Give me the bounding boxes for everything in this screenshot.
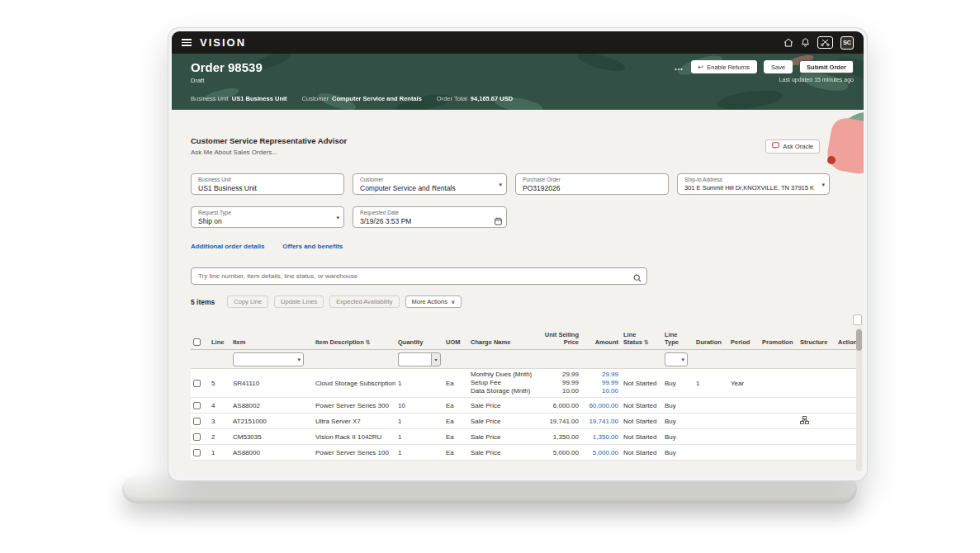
row-checkbox[interactable] xyxy=(193,402,201,409)
line-status: Not Started xyxy=(621,369,662,398)
promotion xyxy=(760,414,798,429)
vertical-scrollbar[interactable] xyxy=(856,328,862,471)
more-options-icon[interactable]: … xyxy=(675,62,684,72)
field-value: PO3192026 xyxy=(523,184,655,192)
table-settings-button[interactable] xyxy=(853,314,862,325)
meta-value: 94,165.67 USD xyxy=(471,95,513,102)
purchase-order-field[interactable]: Purchase Order PO3192026 xyxy=(515,173,669,195)
amount-link[interactable]: 1,350.00 xyxy=(581,429,621,445)
amount-link[interactable]: 10.00 xyxy=(584,387,618,395)
ask-oracle-label: Ask Oracle xyxy=(783,143,813,150)
chevron-down-icon: ▾ xyxy=(681,357,684,363)
save-button[interactable]: Save xyxy=(764,60,793,73)
search-icon[interactable] xyxy=(633,271,641,286)
row-checkbox[interactable] xyxy=(193,433,201,441)
item-description: Ultra Server X7 xyxy=(313,414,395,429)
enable-returns-button[interactable]: ↩ Enable Returns xyxy=(691,60,757,73)
amount-link[interactable]: 29.99 xyxy=(584,371,618,379)
item-description: Power Server Series 300 xyxy=(313,398,395,414)
business-unit-field[interactable]: Business Unit US1 Business Unit xyxy=(191,173,344,195)
chevron-down-icon: ▾ xyxy=(434,357,437,362)
last-updated-text: Last updated 15 minutes ago xyxy=(779,77,854,83)
customer-field[interactable]: Customer Computer Service and Rentals ▾ xyxy=(353,173,507,195)
period xyxy=(728,429,760,445)
meta-value: US1 Business Unit xyxy=(232,95,287,102)
order-header-band: Order 98539 Draft Business UnitUS1 Busin… xyxy=(172,54,864,110)
charge-name: Sale Price xyxy=(468,414,538,429)
charge-name: Sale Price xyxy=(468,445,538,461)
line-status: Not Started xyxy=(621,445,662,461)
meta-label: Customer xyxy=(302,95,329,102)
form-row-2: Request Type Ship on ▾ Requested Date 3/… xyxy=(191,206,864,228)
col-unit-selling-price[interactable]: Unit Selling Price xyxy=(538,329,581,350)
col-item-description[interactable]: Item Description⇅ xyxy=(313,329,395,350)
user-avatar[interactable]: SC xyxy=(840,36,854,50)
field-value: Computer Service and Rentals xyxy=(360,184,493,192)
col-item[interactable]: Item xyxy=(230,329,313,350)
line-type-filter-combobox[interactable]: ▾ xyxy=(665,352,688,366)
field-value: 301 E Summit Hill Dr,KNOXVILLE, TN 37915… xyxy=(684,184,816,191)
order-lines-table: Line Item Item Description⇅ Quantity UOM… xyxy=(191,329,861,461)
charge-names: Monthly Dues (Mnth) Setup Fee Data Stora… xyxy=(468,369,538,398)
col-charge-name[interactable]: Charge Name xyxy=(468,329,538,350)
ask-oracle-button[interactable]: Ask Oracle xyxy=(765,139,820,154)
row-checkbox[interactable] xyxy=(193,449,201,456)
field-value: US1 Business Unit xyxy=(198,184,330,192)
amount-link[interactable]: 19,741.00 xyxy=(581,414,621,429)
col-promotion[interactable]: Promotion xyxy=(760,329,798,350)
row-checkbox[interactable] xyxy=(193,380,201,387)
table-row: 5 SR41110 Cloud Storage Subscription 1 E… xyxy=(191,369,861,398)
quantity-filter-input[interactable] xyxy=(398,352,431,366)
content-area: Customer Service Representative Advisor … xyxy=(172,110,864,477)
col-quantity[interactable]: Quantity xyxy=(395,329,443,350)
col-line-type[interactable]: Line Type xyxy=(662,329,694,350)
scissors-icon[interactable] xyxy=(817,36,833,49)
period xyxy=(728,414,760,429)
line-number: 5 xyxy=(209,369,230,398)
sort-icon[interactable]: ⇅ xyxy=(644,339,649,345)
decorative-pink-shape xyxy=(825,116,864,176)
col-structure[interactable]: Structure xyxy=(798,329,836,350)
amount-link[interactable]: 60,000.00 xyxy=(581,398,621,414)
select-all-checkbox[interactable] xyxy=(193,338,201,346)
sort-icon[interactable]: ⇅ xyxy=(366,339,371,345)
offers-and-benefits-link[interactable]: Offers and benefits xyxy=(282,243,343,250)
more-actions-button[interactable]: More Actions ∨ xyxy=(405,295,462,308)
unit-price: 1,350.00 xyxy=(538,429,581,445)
col-line[interactable]: Line xyxy=(209,329,230,350)
col-duration[interactable]: Duration xyxy=(694,329,728,350)
row-checkbox[interactable] xyxy=(193,418,201,425)
line-number: 3 xyxy=(209,414,230,429)
col-period[interactable]: Period xyxy=(728,329,760,350)
amounts: 29.99 99.99 10.00 xyxy=(581,369,621,398)
submit-order-button[interactable]: Submit Order xyxy=(799,60,854,73)
col-amount[interactable]: Amount xyxy=(581,329,621,350)
item-filter-combobox[interactable]: ▾ xyxy=(233,352,304,366)
bell-icon[interactable] xyxy=(801,38,810,48)
expected-availability-button[interactable]: Expected Availability xyxy=(329,295,399,308)
requested-date-field[interactable]: Requested Date 3/19/26 3:53 PM xyxy=(353,206,507,228)
chevron-down-icon: ▾ xyxy=(499,182,502,188)
request-type-field[interactable]: Request Type Ship on ▾ xyxy=(191,206,344,228)
structure-hierarchy-icon[interactable] xyxy=(800,418,809,426)
advisor-section: Customer Service Representative Advisor … xyxy=(191,136,864,156)
order-meta: Business UnitUS1 Business Unit CustomerC… xyxy=(191,95,513,102)
line-type: Buy xyxy=(662,429,694,445)
additional-order-details-link[interactable]: Additional order details xyxy=(191,243,264,250)
update-lines-button[interactable]: Update Lines xyxy=(274,295,324,308)
amount-link[interactable]: 99.99 xyxy=(584,379,618,387)
meta-value: Computer Service and Rentals xyxy=(332,95,422,102)
line-status: Not Started xyxy=(621,398,662,414)
copy-line-button[interactable]: Copy Line xyxy=(227,295,268,308)
amount-link[interactable]: 5,000.00 xyxy=(581,445,621,461)
ship-to-address-field[interactable]: Ship-to Address 301 E Summit Hill Dr,KNO… xyxy=(677,173,830,195)
scrollbar-thumb[interactable] xyxy=(856,329,862,351)
menu-icon[interactable] xyxy=(182,39,192,46)
field-value: 3/19/26 3:53 PM xyxy=(360,217,493,225)
search-input[interactable] xyxy=(191,267,647,285)
home-icon[interactable] xyxy=(784,38,793,47)
quantity-stepper[interactable]: ▾ xyxy=(431,352,441,366)
col-line-status[interactable]: Line Status⇅ xyxy=(621,329,662,350)
col-uom[interactable]: UOM xyxy=(443,329,468,350)
items-count: 5 items xyxy=(191,298,215,306)
